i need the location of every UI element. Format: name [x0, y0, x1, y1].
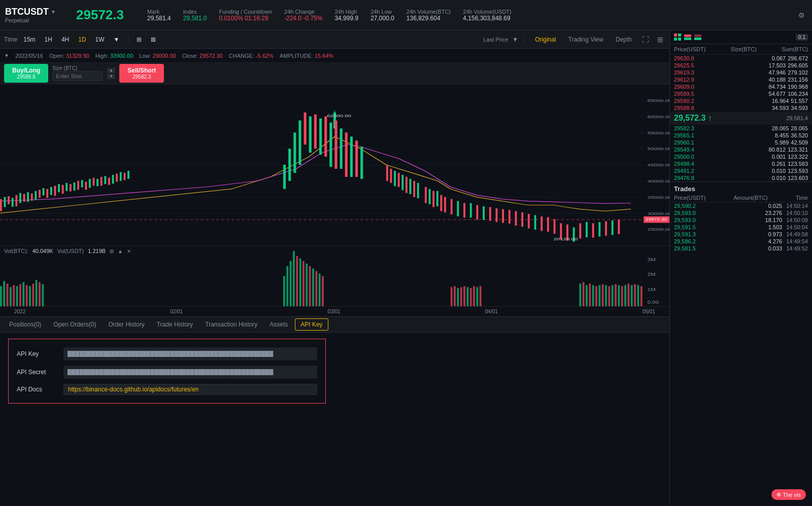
size-increase-button[interactable]: ▲: [107, 68, 115, 73]
svg-rect-99: [528, 214, 530, 229]
tab-open-orders[interactable]: Open Orders(0): [48, 319, 101, 330]
svg-rect-27: [19, 193, 21, 203]
svg-rect-127: [13, 285, 15, 306]
interval-1w[interactable]: 1W: [92, 35, 108, 44]
svg-rect-96: [509, 210, 511, 224]
bid-row[interactable]: 29560.15.98942.509: [670, 139, 812, 146]
bid-row[interactable]: 29491.20.010123.593: [670, 167, 812, 174]
svg-rect-147: [315, 271, 317, 306]
svg-rect-81: [425, 187, 427, 203]
size-label: Size (BTC): [52, 65, 103, 71]
svg-rect-129: [19, 284, 21, 306]
ob-view-icon-2[interactable]: [684, 34, 691, 40]
api-key-label: API Key: [17, 350, 57, 357]
buy-label: Buy/Long: [12, 67, 40, 74]
svg-text:60000.00: 60000.00: [648, 115, 669, 119]
vol-settings-icon[interactable]: ⊞: [110, 248, 114, 254]
tab-transaction-history[interactable]: Transaction History: [200, 319, 262, 330]
price-chart: 65000.00 60000.00 55000.00 50000.00 4500…: [0, 84, 669, 245]
svg-rect-124: [3, 281, 5, 306]
fullscreen-icon[interactable]: ⛶: [640, 33, 651, 46]
svg-rect-24: [8, 196, 10, 204]
ob-view-icon-1[interactable]: [674, 33, 681, 41]
tab-trade-history[interactable]: Trade History: [152, 319, 198, 330]
symbol-name[interactable]: BTCUSDT ▼: [5, 7, 66, 17]
notification-badge[interactable]: ⊗ The vis: [771, 489, 806, 500]
svg-rect-93: [489, 207, 491, 221]
svg-rect-74: [394, 171, 396, 186]
interval-more[interactable]: ▼: [111, 35, 123, 44]
svg-rect-112: [612, 221, 614, 235]
svg-rect-161: [583, 282, 585, 306]
svg-rect-32: [39, 190, 41, 198]
symbol-dropdown-arrow[interactable]: ▼: [51, 9, 56, 15]
trade-row: 29,581.50.03314:49:52: [670, 245, 812, 252]
view-tradingview[interactable]: Trading View: [564, 35, 607, 44]
chart-toolbar: Time 15m 1H 4H 1D 1W ▼ ⊞ ⊠ Last Price ▼ …: [0, 30, 669, 49]
settings-icon[interactable]: ⚙: [796, 9, 807, 21]
api-docs-link[interactable]: https://binance-docs.github.io/apidocs/f…: [63, 384, 317, 395]
svg-rect-146: [312, 269, 314, 306]
ask-row[interactable]: 29619.347.946279.102: [670, 69, 812, 76]
vol-up-icon[interactable]: ▲: [118, 248, 123, 254]
svg-rect-152: [457, 288, 459, 306]
last-price-dropdown[interactable]: ▼: [512, 36, 518, 43]
trade-row: 29,593.018.17014:50:08: [670, 216, 812, 224]
ohlc-arrow[interactable]: ▼: [4, 53, 9, 58]
api-secret-input[interactable]: [63, 366, 317, 379]
interval-1d[interactable]: 1D: [75, 35, 89, 44]
tab-order-history[interactable]: Order History: [103, 319, 149, 330]
svg-rect-144: [306, 264, 308, 306]
svg-rect-167: [602, 284, 604, 306]
sell-short-button[interactable]: Sell/Short 29582.3: [119, 64, 164, 83]
ask-row[interactable]: 29599.554.677106.234: [670, 90, 812, 97]
svg-rect-88: [457, 201, 459, 216]
svg-rect-107: [579, 223, 581, 238]
bid-row[interactable]: 29498.40.261123.583: [670, 160, 812, 167]
view-original[interactable]: Original: [531, 35, 560, 44]
tab-positions[interactable]: Positions(0): [4, 319, 46, 330]
svg-rect-84: [436, 191, 438, 206]
interval-1h[interactable]: 1H: [42, 35, 55, 44]
tab-assets[interactable]: Assets: [264, 319, 293, 330]
svg-rect-30: [31, 193, 33, 200]
size-decrease-button[interactable]: ▼: [107, 74, 115, 79]
bid-row[interactable]: 29549.480.812123.321: [670, 146, 812, 153]
chart-indicators[interactable]: ⊠: [148, 35, 159, 44]
stat-funding: Funding / Countdown 0.0100% 01:16:28: [219, 9, 272, 22]
trades-list: 29,590.20.02514:50:14 29,593.023.27614:5…: [670, 202, 812, 252]
chart-type-candle[interactable]: ⊞: [133, 35, 145, 44]
ob-view-icon-3[interactable]: [694, 34, 701, 40]
bid-row[interactable]: 29476.80.010123.603: [670, 174, 812, 182]
ask-row[interactable]: 29609.084.734190.968: [670, 83, 812, 90]
view-depth[interactable]: Depth: [612, 35, 636, 44]
size-input[interactable]: [52, 71, 103, 81]
vol-close-icon[interactable]: ✕: [127, 248, 131, 254]
grid-icon[interactable]: ⊞: [655, 33, 665, 46]
api-key-input[interactable]: [63, 347, 317, 360]
ask-row[interactable]: 29612.940.188231.156: [670, 76, 812, 83]
bid-row[interactable]: 29500.00.001123.322: [670, 153, 812, 160]
interval-15m[interactable]: 15m: [20, 35, 38, 44]
interval-4h[interactable]: 4H: [58, 35, 72, 44]
svg-rect-38: [62, 185, 64, 194]
svg-rect-108: [586, 222, 588, 237]
svg-rect-28: [23, 194, 25, 202]
svg-rect-158: [477, 287, 479, 306]
bid-row[interactable]: 29582.328.06528.065: [670, 125, 812, 132]
ob-column-headers: Price(USDT) Size(BTC) Sum(BTC): [670, 44, 812, 55]
ask-row[interactable]: 29588.834.59334.593: [670, 104, 812, 112]
buy-long-button[interactable]: Buy/Long 29588.8: [4, 64, 48, 83]
svg-rect-91: [477, 205, 479, 220]
ask-row[interactable]: 29625.517.503296.605: [670, 62, 812, 69]
svg-rect-39: [65, 183, 67, 191]
bid-row[interactable]: 29565.18.45536.520: [670, 132, 812, 139]
ask-row[interactable]: 29630.80.067296.672: [670, 55, 812, 62]
svg-rect-49: [104, 176, 106, 184]
ob-size-header: Size(BTC): [731, 46, 757, 52]
ask-row[interactable]: 29590.216.96451.557: [670, 97, 812, 104]
svg-rect-25: [12, 198, 14, 206]
svg-rect-31: [35, 191, 37, 200]
stat-change: 24h Change -224.0 -0.75%: [284, 9, 322, 22]
tab-api-key[interactable]: API Key: [295, 318, 328, 331]
